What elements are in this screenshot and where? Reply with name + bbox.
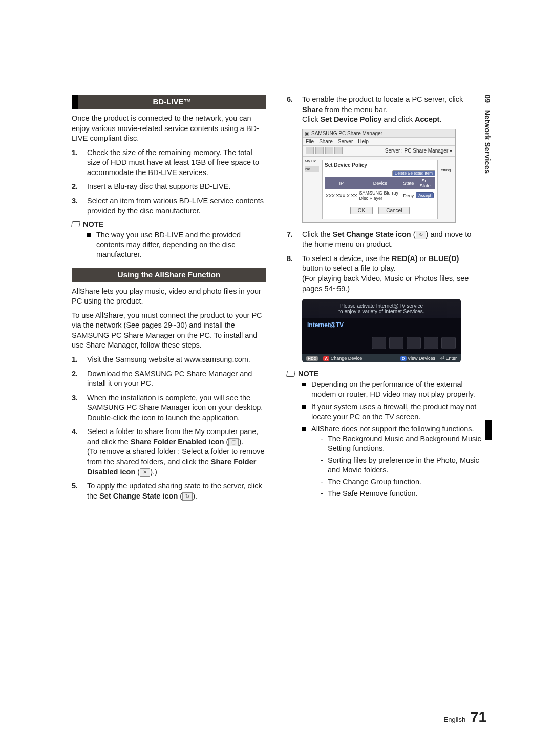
cell-state: Deny bbox=[402, 189, 415, 202]
list-item: If your system uses a firewall, the prod… bbox=[302, 402, 481, 422]
ok-button[interactable]: OK bbox=[350, 207, 373, 214]
enter-icon: ⏎ bbox=[440, 356, 444, 361]
unsupported-list: The Background Music and Background Musi… bbox=[311, 434, 481, 498]
tv-app-icon[interactable] bbox=[424, 337, 438, 349]
list-item: 4. Select a folder to share from the My … bbox=[72, 427, 266, 477]
allshare-p1: AllShare lets you play music, video and … bbox=[72, 287, 266, 307]
thumb-index-mark bbox=[485, 420, 492, 440]
set-change-state-icon: ↻ bbox=[182, 492, 193, 501]
menu-bar[interactable]: File Share Server Help bbox=[303, 138, 455, 146]
toolbar-icon[interactable] bbox=[306, 147, 314, 154]
allshare-p2: To use AllShare, you must connect the pr… bbox=[72, 311, 266, 351]
list-item: 1.Visit the Samsung website at www.samsu… bbox=[72, 355, 266, 365]
list-item: 8. To select a device, use the RED(A) or… bbox=[287, 254, 481, 294]
col-set-state: Set State bbox=[415, 177, 435, 189]
set-device-policy-dialog: Set Device Policy Delete Selected Item I… bbox=[322, 160, 438, 219]
tv-app-icon[interactable] bbox=[441, 337, 456, 349]
tv-app-icon[interactable] bbox=[372, 337, 386, 349]
chapter-tab: 09 Network Services bbox=[483, 95, 492, 174]
dialog-buttons: OK Cancel bbox=[325, 207, 435, 214]
list-item: 5. To apply the updated sharing state to… bbox=[72, 481, 266, 501]
app-icon: ▣ bbox=[305, 131, 309, 136]
list-item: The Change Group function. bbox=[321, 477, 481, 487]
note-header: NOTE bbox=[72, 220, 266, 228]
window-body: My Co Na Set Device Policy Delete Select… bbox=[303, 157, 455, 222]
right-steps: 6. To enable the product to locate a PC … bbox=[287, 95, 481, 125]
window-title: SAMSUNG PC Share Manager bbox=[311, 131, 382, 136]
device-table: IP Device State Set State XXX.XXX.X.XX S… bbox=[325, 177, 435, 202]
sidebar-item: Na bbox=[305, 166, 319, 172]
chapter-title: Network Services bbox=[483, 110, 492, 174]
menu-file[interactable]: File bbox=[306, 139, 314, 144]
col-ip: IP bbox=[325, 177, 358, 189]
list-item: 2.Download the SAMSUNG PC Share Manager … bbox=[72, 369, 266, 389]
note-icon bbox=[71, 221, 80, 227]
bdlive-intro: Once the product is connected to the net… bbox=[72, 114, 266, 144]
left-column: BD-LIVE™ Once the product is connected t… bbox=[72, 95, 266, 505]
pc-share-manager-screenshot: ▣ SAMSUNG PC Share Manager File Share Se… bbox=[302, 129, 456, 223]
footer-lang: English bbox=[444, 716, 466, 723]
toolbar-icons[interactable] bbox=[306, 147, 343, 155]
list-item: 6. To enable the product to locate a PC … bbox=[287, 95, 481, 125]
list-item: 7. Click the Set Change State icon (↻) a… bbox=[287, 230, 481, 250]
list-item: 2.Insert a Blu-ray disc that supports BD… bbox=[72, 182, 266, 192]
toolbar-icon[interactable] bbox=[315, 147, 324, 154]
share-folder-disabled-icon: ✕ bbox=[140, 468, 150, 477]
sidebar-mycomputer: My Co bbox=[305, 159, 319, 163]
window-titlebar: ▣ SAMSUNG PC Share Manager bbox=[303, 129, 455, 138]
tv-app-icon[interactable] bbox=[389, 337, 403, 349]
cell-device: SAMSUNG Blu-ray Disc Player bbox=[358, 189, 402, 202]
list-item: The Safe Remove function. bbox=[321, 489, 481, 499]
tv-message: Please activate Internet@TV service to e… bbox=[302, 299, 461, 318]
list-item: AllShare does not support the following … bbox=[302, 424, 481, 498]
cancel-button[interactable]: Cancel bbox=[378, 207, 410, 214]
list-item: Depending on the performance of the exte… bbox=[302, 380, 481, 399]
change-device-label: Change Device bbox=[331, 356, 363, 361]
menu-help[interactable]: Help bbox=[358, 139, 369, 144]
tv-footer-bar: HDD A Change Device D View Devices ⏎ Ent… bbox=[302, 354, 461, 362]
red-a-badge: A bbox=[323, 356, 329, 361]
page-columns: BD-LIVE™ Once the product is connected t… bbox=[72, 95, 492, 505]
allshare-steps: 1.Visit the Samsung website at www.samsu… bbox=[72, 355, 266, 501]
cell-ip: XXX.XXX.X.XX bbox=[325, 189, 358, 202]
allshare-header: Using the AllShare Function bbox=[72, 268, 266, 282]
list-item: 3.Select an item from various BD-LIVE se… bbox=[72, 196, 266, 216]
share-folder-enabled-icon: ▢ bbox=[228, 438, 239, 446]
tv-app-icon[interactable] bbox=[407, 337, 421, 349]
tv-app-icons bbox=[302, 332, 461, 354]
blue-d-badge: D bbox=[400, 356, 407, 361]
page-footer: English 71 bbox=[444, 709, 486, 725]
note-label: NOTE bbox=[298, 370, 318, 378]
bdlive-notes: The way you use BD-LIVE and the provided… bbox=[72, 230, 266, 260]
toolbar: Server : PC Share Manager ▾ bbox=[303, 146, 455, 157]
right-steps-cont: 7. Click the Set Change State icon (↻) a… bbox=[287, 230, 481, 294]
table-header-row: IP Device State Set State bbox=[325, 177, 435, 189]
list-item: The way you use BD-LIVE and the provided… bbox=[87, 230, 266, 260]
bdlive-header: BD-LIVE™ bbox=[72, 95, 266, 109]
right-notes: Depending on the performance of the exte… bbox=[287, 380, 481, 498]
list-item: 3. When the installation is complete, yo… bbox=[72, 393, 266, 423]
menu-server[interactable]: Server bbox=[338, 139, 353, 144]
col-state: State bbox=[402, 177, 415, 189]
table-row: XXX.XXX.X.XX SAMSUNG Blu-ray Disc Player… bbox=[325, 189, 435, 202]
menu-share[interactable]: Share bbox=[319, 139, 333, 144]
tv-screenshot: Please activate Internet@TV service to e… bbox=[302, 299, 461, 362]
toolbar-icon[interactable] bbox=[334, 147, 343, 154]
set-change-state-icon: ↻ bbox=[416, 231, 426, 239]
note-label: NOTE bbox=[83, 220, 103, 228]
note-icon bbox=[286, 371, 295, 377]
list-item: Sorting files by preference in the Photo… bbox=[321, 456, 481, 475]
accept-button[interactable]: Accept bbox=[416, 192, 433, 198]
hdd-badge: HDD bbox=[306, 356, 318, 361]
cutoff-setting: etting bbox=[441, 159, 453, 220]
bdlive-steps: 1.Check the size of the remaining memory… bbox=[72, 148, 266, 216]
delete-selected-button[interactable]: Delete Selected Item bbox=[392, 170, 435, 176]
list-item: 1.Check the size of the remaining memory… bbox=[72, 148, 266, 178]
page-number: 71 bbox=[471, 709, 486, 725]
server-dropdown[interactable]: Server : PC Share Manager ▾ bbox=[385, 148, 452, 154]
list-item: The Background Music and Background Musi… bbox=[321, 434, 481, 453]
view-devices-label: View Devices bbox=[408, 356, 435, 361]
dialog-title: Set Device Policy bbox=[325, 162, 435, 168]
internet-tv-brand: Internet@TV bbox=[302, 318, 461, 332]
toolbar-icon[interactable] bbox=[325, 147, 333, 154]
